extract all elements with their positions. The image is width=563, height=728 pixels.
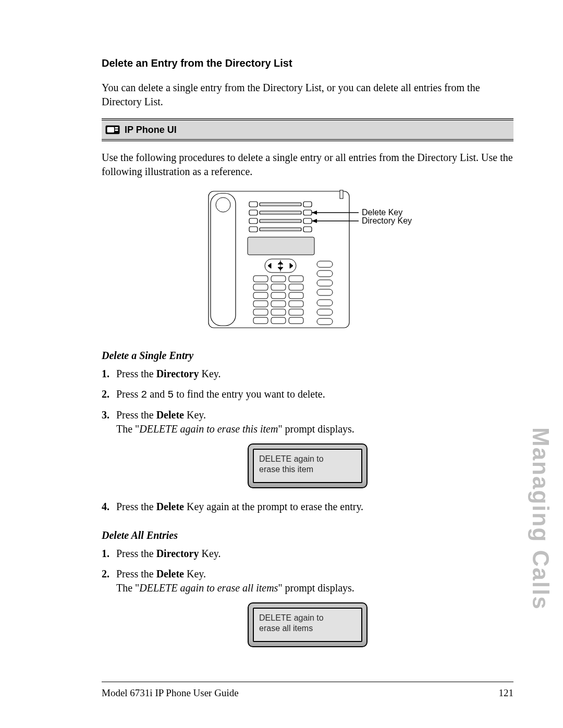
- lcd-line: DELETE again to: [259, 454, 356, 464]
- svg-rect-3: [115, 129, 118, 131]
- svg-rect-27: [253, 276, 268, 282]
- svg-rect-47: [317, 280, 333, 286]
- svg-rect-45: [317, 261, 333, 267]
- key-name: Delete: [156, 568, 184, 579]
- svg-rect-2: [115, 127, 118, 129]
- key-name: Delete: [156, 501, 184, 512]
- svg-rect-8: [249, 202, 258, 207]
- svg-rect-33: [253, 292, 268, 299]
- svg-rect-12: [260, 211, 301, 214]
- section-heading: Delete an Entry from the Directory List: [102, 57, 513, 69]
- svg-point-6: [216, 198, 230, 212]
- phone-label-directory-key: Directory Key: [362, 216, 412, 225]
- svg-rect-14: [249, 218, 258, 224]
- svg-rect-30: [253, 284, 268, 290]
- list-item: Press the Delete Key. The "DELETE again …: [102, 567, 513, 595]
- lcd-line: erase all items: [259, 623, 356, 634]
- svg-rect-34: [271, 292, 286, 299]
- step-text: Press the: [116, 568, 156, 579]
- prompt-name: DELETE again to erase this item: [139, 423, 278, 435]
- all-entries-steps: Press the Directory Key. Press the Delet…: [102, 547, 513, 595]
- svg-rect-39: [253, 309, 268, 315]
- lcd-screenshot-all: DELETE again to erase all items: [248, 602, 368, 647]
- list-item: Press 2 and 5 to find the entry you want…: [102, 387, 513, 402]
- single-entry-steps-cont: Press the Delete Key again at the prompt…: [102, 500, 513, 514]
- svg-rect-10: [303, 202, 312, 207]
- procedure-lead: Use the following procedures to delete a…: [102, 151, 513, 179]
- svg-rect-13: [303, 210, 312, 215]
- svg-rect-9: [260, 203, 301, 206]
- step-text: " prompt displays.: [278, 423, 354, 435]
- page-number: 121: [499, 687, 514, 699]
- side-tab: Managing Calls: [528, 427, 554, 610]
- step-text: Press the: [116, 368, 156, 379]
- callout-bar-label: IP Phone UI: [125, 125, 177, 135]
- svg-rect-50: [317, 309, 333, 315]
- footer-title: Model 6731i IP Phone User Guide: [102, 687, 239, 699]
- step-text: and: [147, 388, 167, 400]
- svg-rect-16: [303, 218, 312, 224]
- svg-rect-37: [271, 301, 286, 307]
- svg-rect-38: [289, 301, 303, 307]
- step-text: Press the: [116, 501, 156, 512]
- key-name: Directory: [156, 548, 199, 559]
- svg-rect-41: [289, 309, 303, 315]
- list-item: Press the Directory Key.: [102, 367, 513, 381]
- step-text: Press: [116, 388, 141, 400]
- lcd-screenshot-single: DELETE again to erase this item: [248, 443, 368, 488]
- step-text: The ": [116, 423, 139, 435]
- step-text: Key.: [199, 368, 221, 379]
- callout-bar: IP Phone UI: [102, 118, 513, 141]
- list-item: Press the Directory Key.: [102, 547, 513, 561]
- svg-rect-48: [317, 289, 333, 295]
- step-text: Press the: [116, 548, 156, 559]
- step-text: to find the entry you want to delete.: [174, 388, 325, 400]
- key-glyph: 5: [167, 389, 174, 401]
- phone-illustration: Delete Key Directory Key: [102, 188, 513, 334]
- svg-rect-46: [317, 270, 333, 277]
- single-entry-steps: Press the Directory Key. Press 2 and 5 t…: [102, 367, 513, 436]
- svg-rect-32: [289, 284, 303, 290]
- list-item: Press the Delete Key again at the prompt…: [102, 500, 513, 514]
- step-text: Key.: [199, 548, 221, 559]
- svg-rect-42: [253, 317, 268, 324]
- step-text: Key again at the prompt to erase the ent…: [184, 501, 363, 512]
- svg-rect-11: [249, 210, 258, 215]
- svg-rect-35: [289, 292, 303, 299]
- list-item: Press the Delete Key. The "DELETE again …: [102, 408, 513, 436]
- intro-paragraph: You can delete a single entry from the D…: [102, 81, 513, 109]
- svg-rect-20: [248, 237, 314, 255]
- svg-rect-18: [260, 228, 301, 231]
- lcd-line: erase this item: [259, 464, 356, 475]
- phone-ui-icon: [105, 124, 120, 136]
- step-text: Press the: [116, 409, 156, 421]
- svg-rect-17: [249, 227, 258, 232]
- svg-rect-29: [289, 276, 303, 282]
- single-entry-heading: Delete a Single Entry: [102, 350, 513, 362]
- svg-rect-43: [271, 317, 286, 324]
- svg-rect-7: [340, 190, 343, 199]
- svg-rect-44: [289, 317, 303, 324]
- all-entries-heading: Delete All Entries: [102, 529, 513, 541]
- svg-rect-28: [271, 276, 286, 282]
- svg-rect-31: [271, 284, 286, 290]
- svg-rect-5: [211, 193, 236, 326]
- key-glyph: 2: [141, 389, 147, 401]
- key-name: Directory: [156, 368, 199, 379]
- phone-label-delete-key: Delete Key: [362, 208, 402, 217]
- svg-rect-19: [303, 227, 312, 232]
- prompt-name: DELETE again to erase all items: [139, 582, 278, 594]
- svg-rect-51: [317, 318, 333, 325]
- svg-rect-36: [253, 301, 268, 307]
- svg-rect-15: [260, 219, 301, 223]
- svg-rect-40: [271, 309, 286, 315]
- svg-rect-49: [317, 300, 333, 306]
- step-text: The ": [116, 582, 139, 594]
- lcd-line: DELETE again to: [259, 613, 356, 623]
- step-text: Key.: [184, 568, 206, 579]
- step-text: " prompt displays.: [278, 582, 354, 594]
- step-text: Key.: [184, 409, 206, 421]
- svg-rect-1: [107, 127, 115, 133]
- key-name: Delete: [156, 409, 184, 421]
